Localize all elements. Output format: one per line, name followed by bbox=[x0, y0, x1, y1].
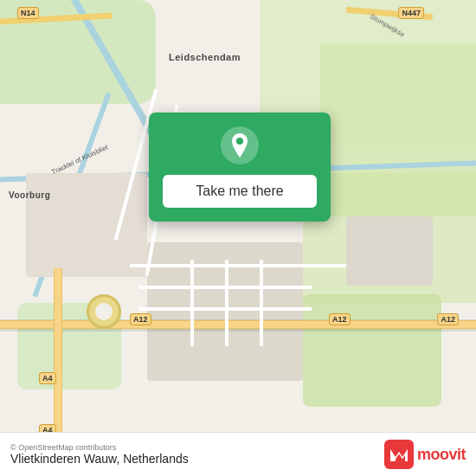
svg-point-1 bbox=[236, 138, 243, 145]
location-pin-icon bbox=[221, 126, 259, 164]
place-name-text: Vlietkinderen Wauw, Netherlands bbox=[10, 452, 189, 466]
popup-card: Take me there bbox=[149, 113, 331, 222]
street bbox=[225, 260, 228, 346]
svg-rect-2 bbox=[384, 440, 414, 469]
street bbox=[260, 260, 263, 346]
moovit-logo: moovit bbox=[384, 440, 466, 469]
urban-area bbox=[346, 216, 433, 286]
road-label-a12: A12 bbox=[130, 313, 151, 325]
road-label-n14: N14 bbox=[17, 7, 39, 19]
road-label-a12: A12 bbox=[329, 313, 351, 325]
moovit-m-icon bbox=[384, 440, 414, 469]
attribution-text: © OpenStreetMap contributors bbox=[10, 443, 189, 452]
take-me-there-button[interactable]: Take me there bbox=[163, 175, 317, 208]
street bbox=[130, 264, 346, 267]
highway-a12 bbox=[0, 320, 476, 329]
bottom-info: © OpenStreetMap contributors Vlietkinder… bbox=[10, 443, 189, 466]
green-area bbox=[303, 294, 441, 407]
city-label-leidschendam: Leidschendam bbox=[169, 52, 241, 62]
city-label-voorburg: Voorburg bbox=[9, 190, 50, 200]
road-label-a12: A12 bbox=[437, 313, 459, 325]
bottom-bar: © OpenStreetMap contributors Vlietkinder… bbox=[0, 432, 476, 476]
roundabout-inner bbox=[95, 303, 113, 320]
moovit-brand-text: moovit bbox=[417, 446, 466, 464]
map-container: N14 N447 A12 A12 A12 A4 A4 Leidschendam … bbox=[0, 0, 476, 476]
road-label-a4: A4 bbox=[39, 372, 56, 384]
road-label-n447: N447 bbox=[398, 7, 424, 19]
street bbox=[190, 260, 194, 346]
